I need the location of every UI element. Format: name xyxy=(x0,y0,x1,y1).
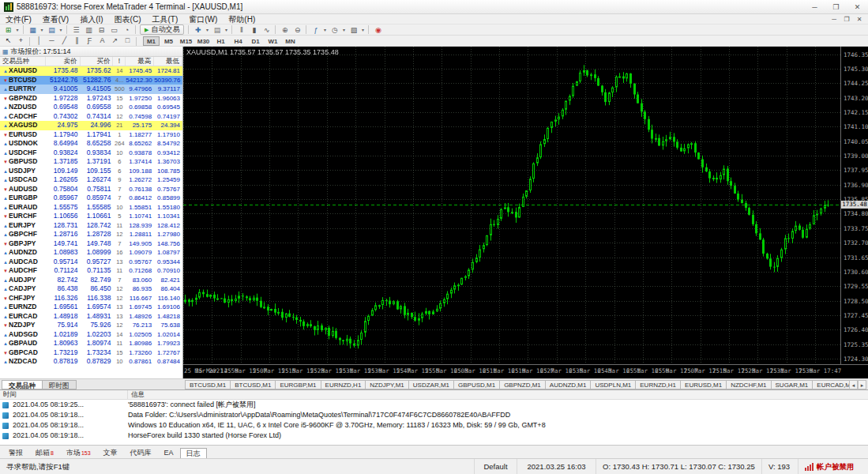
terminal-tab-邮箱[interactable]: 邮箱8 xyxy=(29,447,60,458)
terminal-tab-警报[interactable]: 警报 xyxy=(2,447,29,458)
chart-tab[interactable]: EURCAD,M1 xyxy=(812,380,849,389)
market-watch-row[interactable]: ▲EURTRY9.410059.415055009.479669.37117 xyxy=(0,85,182,94)
indicators-icon[interactable]: ƒ xyxy=(310,25,321,35)
market-watch-row[interactable]: ▲EURAUD1.555751.55585101.558511.55180 xyxy=(0,203,182,213)
market-watch-row[interactable]: ▲XAGUSD24.97524.9962125.17524.394 xyxy=(0,121,182,130)
terminal-tab-市场[interactable]: 市场153 xyxy=(60,447,97,458)
chart-tab[interactable]: USDZAR,M1 xyxy=(408,380,454,389)
market-watch-row[interactable]: ▲AUDSGD1.021891.02203141.025051.02014 xyxy=(0,330,182,340)
timeframe-w1[interactable]: W1 xyxy=(265,36,281,46)
chart-window-icon-caret[interactable]: ▾ xyxy=(39,25,45,35)
market-watch-row[interactable]: ▲AUDJPY82.74282.749783.06082.421 xyxy=(0,276,182,285)
timeframes-dropdown-icon-caret[interactable]: ▾ xyxy=(340,25,347,35)
menu-item[interactable]: 帮助(H) xyxy=(223,15,261,24)
navigator-icon[interactable]: ⊟ xyxy=(96,25,107,35)
terminal-tab-日志[interactable]: 日志 xyxy=(180,448,207,459)
market-watch-row[interactable]: ▲USDNOK8.649948.652582648.652628.54792 xyxy=(0,139,182,149)
menu-item[interactable]: 插入(I) xyxy=(74,15,108,24)
new-chart-icon-caret[interactable]: ▾ xyxy=(204,25,210,35)
cursor-icon[interactable]: ↖ xyxy=(2,36,14,45)
horizontal-line-icon[interactable]: ─ xyxy=(46,36,58,45)
market-watch-row[interactable]: ▲EURCAD1.489181.48931131.489261.48218 xyxy=(0,312,182,322)
bar-chart-icon[interactable]: ‖ xyxy=(235,25,247,35)
journal-row[interactable]: 2021.04.05 08:19:18...Windows 10 Educati… xyxy=(0,420,868,431)
chart-tab[interactable]: NZDCHF,M1 xyxy=(726,380,771,389)
new-order-icon-caret[interactable]: ▾ xyxy=(14,25,21,35)
menu-item[interactable]: 窗口(W) xyxy=(183,15,223,24)
chart-tab[interactable]: GBPNZD,M1 xyxy=(499,380,546,389)
chart-tab[interactable]: AUDNZD,M1 xyxy=(545,380,592,389)
profiles-dropdown-icon[interactable]: ▤ xyxy=(211,25,223,35)
market-watch-row[interactable]: ▲EURJPY128.731128.74211128.939128.412 xyxy=(0,221,182,231)
market-watch-row[interactable]: ▼GBPNZD1.972281.97243151.972501.96063 xyxy=(0,94,182,103)
chart-tab[interactable]: EURNZD,H1 xyxy=(635,380,681,389)
arrow-tool-icon[interactable]: ↗ xyxy=(109,36,121,45)
market-watch-row[interactable]: ▲EURNZD1.695611.69574131.697451.69106 xyxy=(0,303,182,312)
market-watch-row[interactable]: ▲AUDNZD1.089831.08999161.090791.08797 xyxy=(0,248,182,258)
child-close-button[interactable]: ✕ xyxy=(853,16,866,23)
column-spread[interactable]: ! xyxy=(113,57,126,66)
new-chart-icon[interactable]: ✚ xyxy=(192,25,204,35)
market-watch-row[interactable]: ▼BTCUSD51242.7651282.764...54212.3050390… xyxy=(0,76,182,85)
menu-item[interactable]: 工具(T) xyxy=(146,15,183,24)
new-order-icon[interactable]: ⊞ xyxy=(2,25,14,35)
market-watch-row[interactable]: ▼GBPUSD1.371851.3719161.374141.36703 xyxy=(0,157,182,167)
market-watch-row[interactable]: ▲EURGBP0.859670.8597470.864120.85899 xyxy=(0,194,182,203)
timeframe-m15[interactable]: M15 xyxy=(178,36,194,46)
terminal-tab-EA[interactable]: EA xyxy=(158,447,180,458)
chart-tab[interactable]: GBPUSD,M1 xyxy=(453,380,500,389)
notifications-icon[interactable]: ◉ xyxy=(372,25,384,35)
minimize-button[interactable]: ─ xyxy=(804,0,825,13)
column-bid[interactable]: 卖价 xyxy=(46,57,81,66)
chart-tab[interactable]: NZDJPY,M1 xyxy=(365,380,408,389)
data-window-icon[interactable]: ▥ xyxy=(83,25,95,35)
market-watch-icon[interactable]: ☰ xyxy=(70,25,82,35)
fibonacci-icon[interactable]: Ƒ xyxy=(84,36,96,45)
journal-row[interactable]: 2021.04.05 08:19:18...Data Folder: C:\Us… xyxy=(0,410,868,420)
chart-tab[interactable]: BTCUSD,M1 xyxy=(185,380,231,389)
market-watch-row[interactable]: ▲XAUUSD1735.481735.62141745.451724.81 xyxy=(0,66,182,76)
market-watch-row[interactable]: ▲USDCHF0.938240.93834100.938780.93412 xyxy=(0,149,182,158)
terminal-icon[interactable]: ▭ xyxy=(108,25,120,35)
candlestick-chart[interactable] xyxy=(183,47,840,364)
market-watch-tab[interactable]: 即时图 xyxy=(42,380,77,389)
templates-icon[interactable]: ▧ xyxy=(348,25,359,35)
child-restore-button[interactable]: ❐ xyxy=(840,16,853,23)
column-symbol[interactable]: 交易品种 xyxy=(0,57,46,66)
menu-item[interactable]: 文件(F) xyxy=(0,15,37,24)
tabs-scroll-right-icon[interactable]: ▸ xyxy=(858,380,866,389)
market-watch-row[interactable]: ▲GBPCHF1.287161.28728121.288111.27980 xyxy=(0,230,182,239)
chart-tab[interactable]: EURNZD,H1 xyxy=(321,380,366,389)
line-chart-icon[interactable]: ∿ xyxy=(261,25,272,35)
timeframe-mn[interactable]: MN xyxy=(282,36,299,46)
close-button[interactable]: ✕ xyxy=(847,0,868,13)
autotrading-button[interactable]: ▶自动交易 xyxy=(140,24,184,35)
market-watch-row[interactable]: ▲CADJPY86.43886.4501286.93586.404 xyxy=(0,284,182,294)
column-message[interactable]: 信息 xyxy=(128,390,868,399)
child-minimize-button[interactable]: ─ xyxy=(828,16,840,23)
channel-icon[interactable]: ∥ xyxy=(71,36,83,45)
status-profile[interactable]: Default xyxy=(474,459,517,474)
timeframe-m30[interactable]: M30 xyxy=(195,36,212,46)
menu-item[interactable]: 查看(V) xyxy=(37,15,74,24)
market-watch-row[interactable]: ▲GBPAUD1.809631.80974111.809861.79923 xyxy=(0,339,182,348)
column-time[interactable]: 时间 xyxy=(0,390,128,399)
market-watch-row[interactable]: ▼AUDUSD0.758040.7581170.761380.75767 xyxy=(0,185,182,194)
timeframe-m1[interactable]: M1 xyxy=(143,36,160,46)
timeframe-m5[interactable]: M5 xyxy=(160,36,177,46)
terminal-tab-代码库[interactable]: 代码库 xyxy=(124,447,158,458)
zoom-in-icon[interactable]: ⊕ xyxy=(279,25,291,35)
trendline-icon[interactable]: ╱ xyxy=(58,36,70,45)
tabs-scroll-left-icon[interactable]: ◂ xyxy=(849,380,858,389)
chart-tab[interactable]: SUGAR,M1 xyxy=(771,380,814,389)
candlestick-icon[interactable]: ▮ xyxy=(248,25,260,35)
journal-row[interactable]: 2021.04.05 08:19:25...'588816973': conne… xyxy=(0,400,868,410)
chart-window-icon[interactable]: ▦ xyxy=(27,25,39,35)
market-watch-row[interactable]: ▼GBPJPY149.741149.7487149.905148.756 xyxy=(0,239,182,249)
vertical-line-icon[interactable]: │ xyxy=(33,36,45,45)
templates-icon-caret[interactable]: ▾ xyxy=(359,25,366,35)
market-watch-row[interactable]: ▼EURCHF1.106561.1066151.107411.10341 xyxy=(0,212,182,221)
chart-tab[interactable]: EURGBP,M1 xyxy=(275,380,321,389)
time-axis[interactable]: 25 Mar 202125 Mar 14:5925 Mar 15:0725 Ma… xyxy=(183,364,868,378)
profiles-icon[interactable]: ▤ xyxy=(46,25,58,35)
